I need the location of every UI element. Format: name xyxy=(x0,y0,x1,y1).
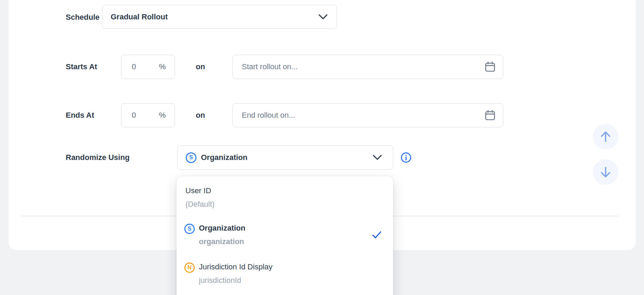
ends-at-percent-field: % xyxy=(121,103,175,127)
dropdown-item-user-id[interactable]: User ID (Default) xyxy=(185,186,214,209)
dropdown-item-organization[interactable]: S Organization organization xyxy=(184,223,245,247)
move-down-button[interactable] xyxy=(593,159,618,185)
dropdown-item-subtitle: (Default) xyxy=(185,199,214,209)
randomize-using-label: Randomize Using xyxy=(66,152,130,163)
start-date-input[interactable] xyxy=(233,55,503,79)
chevron-down-icon xyxy=(319,14,328,20)
check-icon xyxy=(372,231,381,239)
randomize-using-select[interactable]: S Organization xyxy=(177,145,393,170)
attribute-s-icon: S xyxy=(184,224,195,234)
info-icon[interactable] xyxy=(401,152,412,163)
starts-at-connector: on xyxy=(196,62,205,72)
attribute-s-icon: S xyxy=(186,152,196,163)
starts-at-label: Starts At xyxy=(66,62,97,72)
ends-at-connector: on xyxy=(196,110,205,120)
move-up-button[interactable] xyxy=(593,124,618,150)
starts-at-percent-input[interactable] xyxy=(121,62,148,71)
schedule-select-value: Gradual Rollout xyxy=(111,12,168,21)
attribute-n-icon: N xyxy=(184,262,195,273)
end-date-field xyxy=(232,103,503,127)
randomize-using-select-value: Organization xyxy=(201,153,247,162)
ends-at-percent-input[interactable] xyxy=(121,111,148,120)
dropdown-item-title: Organization xyxy=(199,223,245,233)
dropdown-item-title: Jurisdiction Id Display xyxy=(199,262,273,272)
page-background: Schedule Gradual Rollout Starts At % on xyxy=(0,0,644,295)
schedule-select[interactable]: Gradual Rollout xyxy=(102,5,337,29)
calendar-icon[interactable] xyxy=(484,109,496,122)
start-date-field xyxy=(232,55,503,79)
starts-at-percent-unit: % xyxy=(159,62,166,71)
end-date-input[interactable] xyxy=(233,104,503,127)
ends-at-percent-unit: % xyxy=(159,111,166,120)
randomize-using-dropdown: User ID (Default) S Organization organiz… xyxy=(176,176,393,295)
dropdown-item-subtitle: jurisdictionId xyxy=(199,275,273,286)
ends-at-label: Ends At xyxy=(66,110,94,120)
dropdown-item-subtitle: organization xyxy=(199,236,245,247)
calendar-icon[interactable] xyxy=(484,61,496,73)
starts-at-percent-field: % xyxy=(121,55,175,79)
schedule-label: Schedule xyxy=(66,12,100,23)
dropdown-item-jurisdiction-id[interactable]: N Jurisdiction Id Display jurisdictionId xyxy=(184,262,273,286)
chevron-down-icon xyxy=(373,155,382,160)
arrow-up-icon xyxy=(599,130,613,144)
arrow-down-icon xyxy=(599,165,613,179)
dropdown-item-title: User ID xyxy=(185,186,214,196)
